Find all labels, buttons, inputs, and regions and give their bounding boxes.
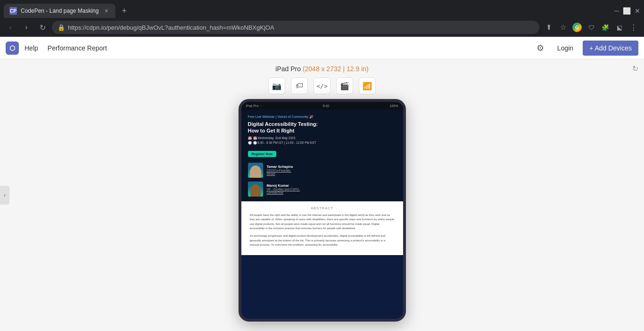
tab-title: CodePen - Land page Masking bbox=[21, 8, 99, 14]
google-account-icon[interactable]: G bbox=[570, 21, 584, 34]
video-icon: 🎬 bbox=[340, 82, 349, 91]
ipad-content-area: Free Live Webinar | Voices of Community … bbox=[241, 109, 403, 319]
tab-favicon: CP bbox=[9, 7, 17, 15]
speakers-list: Tamar Schapira CEO/Co-Founder,Sensit bbox=[248, 163, 396, 197]
speaker-avatar-1 bbox=[248, 163, 263, 178]
ipad-status-time: 9:42 bbox=[323, 104, 330, 108]
device-dimensions: (2048 x 2732 | 12.9 in) bbox=[303, 65, 369, 73]
device-toolbar: 📷 🏷 </> 🎬 📶 bbox=[0, 77, 644, 94]
wifi-tool-button[interactable]: 📶 bbox=[359, 77, 376, 94]
forward-button[interactable]: › bbox=[20, 21, 33, 34]
sidebar-toggle-button[interactable]: › bbox=[0, 186, 9, 205]
device-name: iPad Pro bbox=[275, 65, 301, 73]
abstract-paragraph-1: All people have the right and the abilit… bbox=[250, 213, 395, 231]
minimize-icon[interactable]: ─ bbox=[614, 7, 619, 15]
bookmark-icon[interactable]: ☆ bbox=[556, 21, 570, 34]
tag-icon: 🏷 bbox=[296, 82, 303, 90]
browser-action-icons: ⬆ ☆ G 🛡 🧩 ⬕ ⋮ bbox=[542, 21, 640, 34]
page-refresh-icon[interactable]: ↻ bbox=[632, 64, 638, 73]
address-bar-row: ‹ › ↻ 🔒 https://cdpn.io/pen/debug/qBJwOv… bbox=[0, 18, 644, 37]
close-window-icon[interactable]: ✕ bbox=[635, 7, 640, 15]
window-controls: ─ ⬜ ✕ bbox=[614, 7, 640, 15]
speaker-info-1: Tamar Schapira CEO/Co-Founder,Sensit bbox=[267, 165, 293, 175]
speaker-title-2: VP - DevRel and CSPO,LambdaTest bbox=[267, 188, 300, 194]
speaker-name-2: Manoj Kumar bbox=[267, 183, 300, 188]
browser-chrome: CP CodePen - Land page Masking ✕ + ─ ⬜ ✕… bbox=[0, 0, 644, 37]
speaker-title-1: CEO/Co-Founder,Sensit bbox=[267, 169, 293, 175]
extensions-icon[interactable]: 🧩 bbox=[599, 21, 612, 34]
webinar-tag: Free Live Webinar | Voices of Community … bbox=[248, 115, 396, 119]
nav-help[interactable]: Help bbox=[25, 42, 38, 54]
main-content: › ↻ iPad Pro (2048 x 2732 | 12.9 in) 📷 🏷… bbox=[0, 59, 644, 331]
reload-button[interactable]: ↻ bbox=[36, 21, 49, 34]
nav-performance-report[interactable]: Performance Report bbox=[48, 42, 107, 54]
abstract-section: ABSTRACT All people have the right and t… bbox=[241, 201, 403, 255]
toolbar-right: ⚙ Login + Add Devices bbox=[533, 41, 638, 56]
abstract-paragraph-2: As technology progresses and digital pro… bbox=[250, 234, 395, 248]
app-toolbar: ⬡ Help Performance Report ⚙ Login + Add … bbox=[0, 37, 644, 59]
speaker-avatar-2 bbox=[248, 182, 263, 197]
screenshot-tool-button[interactable]: 📷 bbox=[268, 77, 285, 94]
app-nav: Help Performance Report bbox=[25, 42, 107, 54]
ipad-status-right: 100% bbox=[390, 104, 398, 108]
new-tab-button[interactable]: + bbox=[117, 4, 131, 17]
speaker-row-2: Manoj Kumar VP - DevRel and CSPO,LambdaT… bbox=[248, 182, 396, 197]
webinar-dark-section: Free Live Webinar | Voices of Community … bbox=[241, 109, 403, 201]
speaker-name-1: Tamar Schapira bbox=[267, 165, 293, 169]
ipad-battery: 100% bbox=[390, 104, 398, 108]
add-devices-button[interactable]: + Add Devices bbox=[583, 41, 638, 56]
logo-icon: ⬡ bbox=[9, 44, 15, 52]
url-text: https://cdpn.io/pen/debug/qBJwOvL?authen… bbox=[68, 24, 534, 31]
webinar-time: 🕐 🕐 8:30 - 9:30 PM IST | 11:00 - 12:00 P… bbox=[248, 141, 396, 145]
device-label: iPad Pro (2048 x 2732 | 12.9 in) bbox=[0, 59, 644, 77]
camera-icon: 📷 bbox=[272, 82, 281, 91]
ipad-frame: iPad Pro ··· 9:42 100% Free Live Webinar… bbox=[239, 99, 406, 322]
ipad-status-left: iPad Pro ··· bbox=[246, 104, 263, 108]
webinar-title: Digital Accessibility Testing:How to Get… bbox=[248, 121, 396, 134]
tab-close-button[interactable]: ✕ bbox=[102, 7, 110, 15]
device-frame-wrapper: iPad Pro ··· 9:42 100% Free Live Webinar… bbox=[0, 99, 644, 322]
webinar-date: 📅 📅 Wednesday, 31st May 2023 bbox=[248, 136, 396, 140]
share-icon[interactable]: ⬆ bbox=[542, 21, 555, 34]
settings-button[interactable]: ⚙ bbox=[533, 41, 548, 56]
back-button[interactable]: ‹ bbox=[4, 21, 17, 34]
avatar-g: G bbox=[572, 23, 582, 32]
split-view-icon[interactable]: ⬕ bbox=[613, 21, 626, 34]
video-tool-button[interactable]: 🎬 bbox=[336, 77, 353, 94]
code-icon: </> bbox=[316, 83, 327, 90]
tab-bar: CP CodePen - Land page Masking ✕ + ─ ⬜ ✕ bbox=[0, 0, 644, 18]
register-now-button[interactable]: Register Now bbox=[248, 151, 277, 157]
abstract-heading: ABSTRACT bbox=[250, 206, 395, 210]
speaker-info-2: Manoj Kumar VP - DevRel and CSPO,LambdaT… bbox=[267, 183, 300, 194]
wifi-icon: 📶 bbox=[363, 82, 372, 91]
extension-icon-1[interactable]: 🛡 bbox=[585, 21, 598, 34]
maximize-icon[interactable]: ⬜ bbox=[623, 7, 631, 15]
tag-tool-button[interactable]: 🏷 bbox=[291, 77, 308, 94]
app-logo: ⬡ bbox=[6, 41, 19, 55]
menu-icon[interactable]: ⋮ bbox=[627, 21, 640, 34]
code-tool-button[interactable]: </> bbox=[314, 77, 330, 94]
address-bar[interactable]: 🔒 https://cdpn.io/pen/debug/qBJwOvL?auth… bbox=[52, 21, 539, 34]
ipad-status-bar: iPad Pro ··· 9:42 100% bbox=[241, 102, 403, 109]
login-button[interactable]: Login bbox=[553, 42, 577, 54]
speaker-row: Tamar Schapira CEO/Co-Founder,Sensit bbox=[248, 163, 396, 178]
active-tab[interactable]: CP CodePen - Land page Masking ✕ bbox=[4, 4, 116, 18]
